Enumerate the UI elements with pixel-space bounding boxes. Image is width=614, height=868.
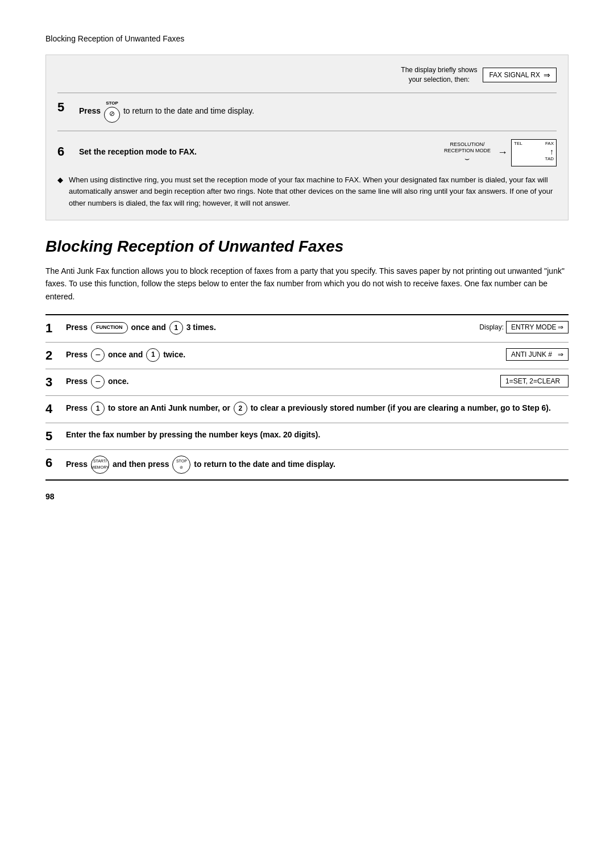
number-1-button: 1 (169, 321, 183, 335)
stop-button-wrap: STOP ⊘ (103, 100, 121, 123)
step-4: 4 Press 1 to store an Anti Junk number, … (45, 396, 569, 423)
fax-arrow: ↑ (512, 147, 556, 156)
stop-button-icon: ⊘ (104, 107, 120, 123)
stop-label-top: STOP (106, 100, 118, 107)
stop-button-6: STOP⊘ (172, 456, 190, 474)
intro-text: The Anti Junk Fax function allows you to… (45, 265, 569, 303)
anti-junk-display: ANTI JUNK # ⇒ (506, 348, 569, 361)
breadcrumb: Blocking Reception of Unwanted Faxes (45, 34, 569, 43)
step-1-text: Press FUNCTION once and 1 3 times. (66, 321, 474, 335)
step-4-text: Press 1 to store an Anti Junk number, or… (66, 402, 569, 415)
reception-mode-area: RESOLUTION/RECEPTION MODE ⌣ → TEL FAX ↑ … (444, 139, 557, 166)
step-6-text: Press START/MEMORY and then press STOP⊘ … (66, 456, 569, 474)
number-1-button-2: 1 (146, 348, 160, 362)
fax-signal-rx-display: FAX SIGNAL RX ⇒ (483, 68, 557, 82)
step-3-text: Press − once. (66, 375, 495, 389)
step-2-number: 2 (45, 348, 61, 363)
minus-button-3: − (91, 375, 105, 389)
top-step-6-number: 6 (57, 144, 74, 159)
step-1-display: Display: ENTRY MODE ⇒ (479, 321, 569, 333)
step-3: 3 Press − once. 1=SET, 2=CLEAR (45, 369, 569, 396)
step-3-display: 1=SET, 2=CLEAR (500, 375, 569, 387)
function-button: FUNCTION (91, 322, 128, 333)
number-1-button-4: 1 (91, 402, 105, 415)
top-step-5-number: 5 (57, 100, 74, 115)
display-label-1: Display: (479, 323, 504, 331)
tel-label: TEL (514, 141, 522, 146)
mode-arrow-icon: → (497, 147, 508, 158)
top-step-5-content: Press STOP ⊘ to return to the date and t… (79, 100, 557, 123)
step-2-display: ANTI JUNK # ⇒ (506, 348, 569, 361)
fax-label: FAX (545, 141, 554, 146)
step-5-text: Enter the fax number by pressing the num… (66, 429, 569, 441)
step-2: 2 Press − once and 1 twice. ANTI JUNK # … (45, 343, 569, 369)
tel-fax-labels: TEL FAX (512, 140, 556, 147)
top-step-6-content: Set the reception mode to FAX. (79, 146, 444, 158)
resolution-label: RESOLUTION/RECEPTION MODE ⌣ (444, 141, 491, 163)
step-4-number: 4 (45, 402, 61, 416)
top-step6-text: Set the reception mode to FAX. (79, 147, 197, 156)
tad-label: TAD (512, 156, 556, 161)
top-section: The display briefly shows your selection… (45, 55, 569, 220)
tel-fax-box: TEL FAX ↑ TAD (511, 139, 557, 166)
step-3-number: 3 (45, 375, 61, 390)
start-memory-button: START/MEMORY (91, 456, 109, 474)
minus-button-2: − (91, 348, 105, 362)
top-step5-press-label: Press (79, 106, 103, 115)
top-step-6: 6 Set the reception mode to FAX. RESOLUT… (57, 131, 557, 166)
step-1: 1 Press FUNCTION once and 1 3 times. Dis… (45, 315, 569, 342)
display-arrow-icon: ⇒ (544, 70, 550, 80)
set-clear-display: 1=SET, 2=CLEAR (500, 375, 569, 387)
step-6-number: 6 (45, 456, 61, 470)
main-title: Blocking Reception of Unwanted Faxes (45, 237, 569, 256)
anti-junk-arrow: ⇒ (558, 350, 563, 358)
page-content: Blocking Reception of Unwanted Faxes The… (45, 34, 569, 501)
step-2-text: Press − once and 1 twice. (66, 348, 500, 362)
display-caption: The display briefly shows your selection… (401, 65, 477, 85)
entry-mode-arrow: ⇒ (558, 323, 563, 331)
step-5-number: 5 (45, 429, 61, 444)
display-row: The display briefly shows your selection… (57, 65, 557, 85)
steps-section: 1 Press FUNCTION once and 1 3 times. Dis… (45, 314, 569, 481)
step-1-number: 1 (45, 321, 61, 336)
number-2-button-4: 2 (234, 402, 247, 415)
step-5: 5 Enter the fax number by pressing the n… (45, 423, 569, 450)
page-number: 98 (45, 492, 569, 501)
top-step-5: 5 Press STOP ⊘ to return to the date and… (57, 93, 557, 123)
entry-mode-display: ENTRY MODE ⇒ (506, 321, 569, 333)
step-6: 6 Press START/MEMORY and then press STOP… (45, 450, 569, 481)
top-step5-after: to return to the date and time display. (123, 106, 254, 115)
distinctive-ring-note: When using distinctive ring, you must se… (57, 174, 557, 210)
